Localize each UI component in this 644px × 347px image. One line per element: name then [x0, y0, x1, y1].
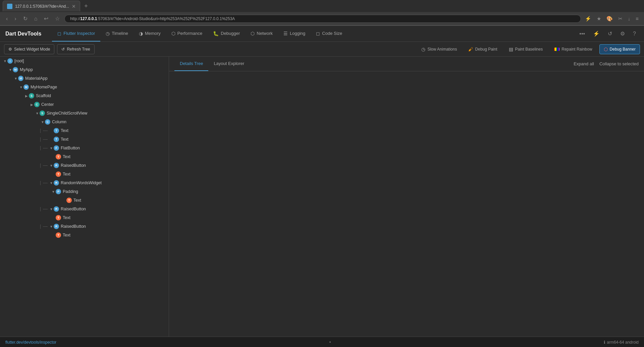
tree-arrow-singlechildscrollview[interactable]	[35, 112, 40, 115]
tree-node-column[interactable]: C Column	[0, 118, 169, 126]
tab-debugger[interactable]: 🐛 Debugger	[208, 26, 245, 42]
back-button[interactable]: ‹	[4, 14, 10, 23]
details-tree-label: Details Tree	[180, 61, 203, 66]
paint-baselines-toggle[interactable]: ▤ Paint Baselines	[504, 44, 547, 54]
paint-baselines-label: Paint Baselines	[515, 47, 543, 52]
slow-animations-label: Slow Animations	[427, 47, 457, 52]
widget-icon-raisedbutton-1: R	[54, 163, 59, 168]
tab-timeline[interactable]: ◷ Timeline	[100, 26, 133, 42]
details-tree-tab[interactable]: Details Tree	[174, 57, 208, 71]
reload-button[interactable]: ↻	[21, 14, 30, 23]
forward-button[interactable]: ›	[12, 14, 18, 23]
tab-favicon	[7, 4, 12, 9]
status-link[interactable]: flutter.dev/devtools/inspector	[5, 340, 56, 345]
tree-arrow-materialapp[interactable]	[13, 77, 18, 80]
select-widget-icon: ⚙	[8, 47, 12, 52]
download-button[interactable]: ↓	[627, 14, 632, 23]
tree-arrow-raisedbutton-2[interactable]	[49, 207, 54, 211]
widget-icon-root: i	[7, 58, 13, 64]
widget-name-materialapp: MaterialApp	[25, 76, 48, 81]
tree-node-flatbutton[interactable]: F FlatButton	[0, 144, 169, 152]
tree-arrow-flatbutton[interactable]	[49, 146, 54, 150]
repaint-rainbow-toggle[interactable]: Repaint Rainbow	[550, 44, 596, 54]
tree-arrow-raisedbutton-1[interactable]	[49, 164, 54, 167]
tree-node-raisedbutton-3[interactable]: R RaisedButton	[0, 222, 169, 231]
tree-node-flatbutton-text[interactable]: T Text	[0, 152, 169, 161]
address-bar[interactable]: http://127.0.0.1:57063/#/?ide=Android-St…	[64, 15, 581, 23]
tree-node-text-2[interactable]: T Text	[0, 135, 169, 144]
colorpicker-button[interactable]: 🎨	[605, 14, 614, 23]
tree-arrow-root[interactable]	[3, 59, 7, 63]
tree-arrow-scaffold[interactable]	[24, 94, 29, 98]
tree-node-raisedbutton-2[interactable]: R RaisedButton	[0, 205, 169, 213]
help-button[interactable]: ?	[630, 29, 639, 38]
select-widget-mode-button[interactable]: ⚙ Select Widget Mode	[4, 44, 54, 54]
tree-arrow-raisedbutton-3[interactable]	[49, 225, 54, 228]
debug-banner-toggle[interactable]: ⬡ Debug Banner	[599, 44, 640, 54]
tree-node-raisedbutton-1-text[interactable]: T Text	[0, 170, 169, 179]
flash-button[interactable]: ⚡	[590, 29, 602, 38]
menu-button[interactable]: ≡	[634, 14, 640, 23]
tree-node-singlechildscrollview[interactable]: S SingleChildScrollView	[0, 109, 169, 118]
tree-node-myhomepage[interactable]: M MyHomePage	[0, 83, 169, 91]
settings-button[interactable]: ⚙	[618, 29, 628, 38]
tree-arrow-column[interactable]	[40, 120, 45, 124]
slow-animations-icon: ◷	[421, 47, 425, 52]
tree-node-scaffold[interactable]: S Scaffold	[0, 91, 169, 100]
widget-name-flatbutton: FlatButton	[61, 146, 80, 150]
bookmark-button[interactable]: ☆	[53, 14, 62, 23]
profile-button[interactable]: ★	[595, 14, 602, 23]
widget-icon-padding: P	[56, 189, 61, 194]
widget-tree-panel[interactable]: i [root] M MyApp M MaterialApp M MyHomeP…	[0, 57, 169, 337]
tree-node-padding[interactable]: P Padding	[0, 187, 169, 196]
tree-arrow-randomwordswidget[interactable]	[49, 181, 54, 185]
app-logo: Dart DevTools	[5, 31, 41, 37]
refresh-tree-button[interactable]: ↺ Refresh Tree	[57, 44, 94, 54]
details-panel: Details Tree Layout Explorer Expand all …	[169, 57, 644, 337]
home-button[interactable]: ⌂	[32, 14, 40, 23]
refresh-button[interactable]: ↺	[605, 29, 615, 38]
tree-node-padding-text[interactable]: T Text	[0, 196, 169, 205]
refresh-tree-icon: ↺	[61, 47, 65, 52]
tree-node-myapp[interactable]: M MyApp	[0, 65, 169, 74]
more-button[interactable]: •••	[577, 29, 588, 38]
debug-paint-toggle[interactable]: 🖌 Debug Paint	[464, 44, 501, 54]
debug-paint-icon: 🖌	[468, 47, 473, 52]
browser-tab[interactable]: 127.0.0.1:57063/#/?ide=And... ✕	[3, 1, 80, 11]
layout-explorer-tab[interactable]: Layout Explorer	[208, 57, 250, 71]
tree-node-raisedbutton-2-text[interactable]: T Text	[0, 213, 169, 222]
slow-animations-toggle[interactable]: ◷ Slow Animations	[417, 44, 461, 54]
tab-performance[interactable]: ⬡ Performance	[166, 26, 208, 42]
tree-node-text-1[interactable]: T Text	[0, 126, 169, 135]
history-button[interactable]: ↩	[42, 14, 50, 23]
widget-icon-myhomepage: M	[23, 84, 29, 90]
debugger-label: Debugger	[221, 31, 240, 36]
tree-arrow-myapp[interactable]	[8, 68, 13, 72]
expand-all-button[interactable]: Expand all	[574, 61, 594, 66]
tree-node-raisedbutton-1[interactable]: R RaisedButton	[0, 161, 169, 170]
tab-flutter-inspector[interactable]: ◻ Flutter Inspector	[52, 26, 100, 42]
debug-paint-label: Debug Paint	[475, 47, 497, 52]
tree-node-materialapp[interactable]: M MaterialApp	[0, 74, 169, 83]
cut-button[interactable]: ✂	[617, 14, 624, 23]
new-tab-button[interactable]: +	[82, 3, 91, 10]
tree-node-center[interactable]: C Center	[0, 100, 169, 109]
tab-close-btn[interactable]: ✕	[72, 4, 76, 9]
tree-arrow-myhomepage[interactable]	[19, 85, 23, 89]
tree-node-root[interactable]: i [root]	[0, 57, 169, 65]
collapse-to-selected-button[interactable]: Collapse to selected	[599, 61, 639, 66]
toolbar: ⚙ Select Widget Mode ↺ Refresh Tree ◷ Sl…	[0, 42, 644, 57]
tab-memory[interactable]: ◑ Memory	[133, 26, 166, 42]
tree-arrow-padding[interactable]	[51, 190, 56, 194]
extensions-button[interactable]: ⚡	[584, 14, 593, 23]
app-header: Dart DevTools ◻ Flutter Inspector ◷ Time…	[0, 26, 644, 42]
tab-code-size[interactable]: ◻ Code Size	[311, 26, 347, 42]
tree-arrow-center[interactable]	[30, 103, 34, 107]
tab-network[interactable]: ⬡ Network	[245, 26, 278, 42]
tree-node-raisedbutton-3-text[interactable]: T Text	[0, 231, 169, 239]
tree-node-randomwordswidget[interactable]: R RandomWordsWidget	[0, 179, 169, 187]
tab-logging[interactable]: ☰ Logging	[278, 26, 311, 42]
layout-explorer-label: Layout Explorer	[214, 61, 244, 66]
url-domain: 127.0.0.1	[80, 16, 97, 21]
status-bar: flutter.dev/devtools/inspector • ℹ arm64…	[0, 337, 644, 347]
